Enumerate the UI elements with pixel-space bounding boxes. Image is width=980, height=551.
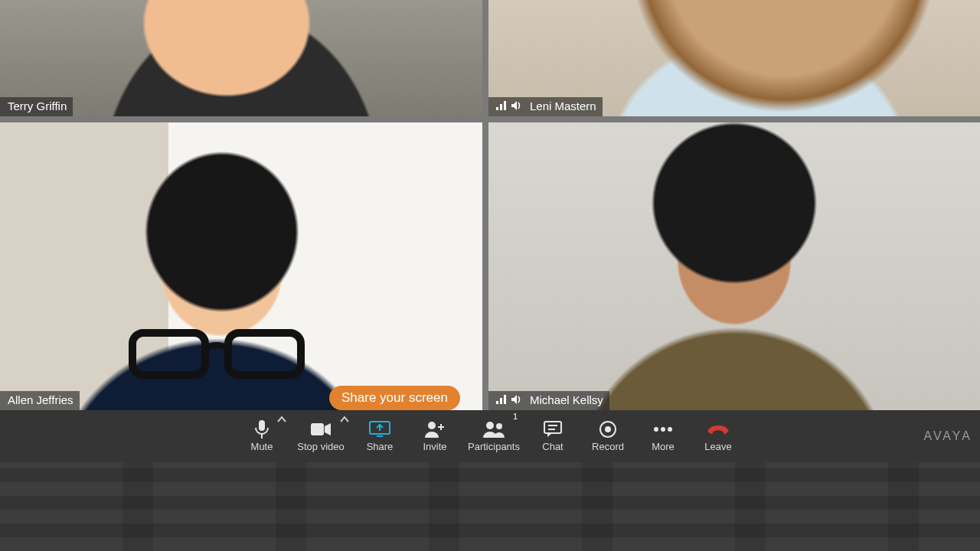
chevron-up-icon[interactable] — [340, 414, 349, 425]
participant-video — [488, 122, 980, 410]
toolbar-label: Leave — [704, 441, 731, 452]
chat-icon — [544, 420, 562, 439]
svg-rect-0 — [496, 107, 498, 110]
participant-name: Leni Mastern — [530, 99, 596, 113]
participant-video — [0, 122, 482, 410]
toolbar-label: Participants — [468, 441, 520, 452]
svg-point-28 — [661, 427, 665, 432]
participant-name: Michael Kellsy — [530, 393, 603, 407]
svg-marker-9 — [511, 395, 517, 404]
call-toolbar: Mute Stop video Share Invite 1 Participa… — [0, 410, 980, 462]
more-icon — [653, 420, 673, 439]
brand-logo: AVAYA — [923, 429, 972, 443]
toolbar-label: Share — [367, 441, 394, 452]
chevron-up-icon[interactable] — [277, 414, 286, 425]
chat-button[interactable]: Chat — [525, 413, 580, 459]
toolbar-label: Chat — [542, 441, 563, 452]
share-button[interactable]: Share — [352, 413, 407, 459]
record-icon — [599, 420, 617, 439]
participants-badge: 1 — [513, 412, 518, 421]
svg-marker-13 — [325, 423, 331, 435]
stop-video-button[interactable]: Stop video — [289, 413, 352, 459]
tooltip-text: Share your screen — [329, 386, 460, 410]
participants-icon — [482, 420, 505, 439]
camera-icon — [311, 420, 331, 439]
hangup-icon — [706, 420, 730, 439]
svg-rect-10 — [259, 420, 265, 431]
participant-name: Terry Griffin — [8, 99, 67, 113]
svg-rect-21 — [544, 422, 561, 433]
participant-tile-leni[interactable]: Leni Mastern — [488, 0, 980, 116]
svg-marker-22 — [547, 433, 552, 437]
participant-label: Leni Mastern — [488, 97, 603, 116]
signal-icon — [496, 99, 507, 113]
video-grid: Terry Griffin Leni Mastern — [0, 0, 980, 410]
svg-point-27 — [654, 427, 658, 432]
mute-button[interactable]: Mute — [234, 413, 289, 459]
participant-tile-terry[interactable]: Terry Griffin — [0, 0, 482, 116]
participant-label: Allen Jeffries — [0, 391, 80, 410]
background-pattern — [0, 462, 980, 551]
svg-point-26 — [605, 426, 611, 432]
speaker-icon — [511, 393, 522, 407]
microphone-icon — [254, 420, 270, 439]
svg-rect-12 — [311, 423, 324, 435]
toolbar-label: Stop video — [297, 441, 344, 452]
svg-marker-3 — [511, 101, 517, 110]
participant-tile-michael[interactable]: Michael Kellsy — [488, 122, 980, 410]
svg-rect-7 — [500, 398, 502, 404]
svg-rect-6 — [496, 401, 498, 404]
invite-button[interactable]: Invite — [407, 413, 462, 459]
participant-label: Michael Kellsy — [488, 391, 609, 410]
svg-point-20 — [496, 423, 502, 429]
toolbar-label: More — [652, 441, 675, 452]
participant-name: Allen Jeffries — [8, 393, 74, 407]
toolbar-label: Mute — [251, 441, 273, 452]
svg-point-16 — [428, 422, 436, 429]
svg-rect-1 — [500, 104, 502, 110]
leave-button[interactable]: Leave — [691, 413, 746, 459]
participant-tile-allen[interactable]: Allen Jeffries — [0, 122, 482, 410]
share-tooltip: Share your screen — [329, 386, 460, 410]
speaker-icon — [511, 99, 522, 113]
svg-point-19 — [486, 422, 494, 429]
svg-rect-8 — [504, 395, 506, 404]
svg-point-29 — [668, 427, 672, 432]
participant-label: Terry Griffin — [0, 97, 73, 116]
svg-rect-2 — [504, 101, 506, 110]
signal-icon — [496, 393, 507, 407]
participants-button[interactable]: 1 Participants — [462, 413, 525, 459]
share-screen-icon — [369, 420, 390, 439]
more-button[interactable]: More — [635, 413, 691, 459]
add-person-icon — [425, 420, 445, 439]
toolbar-label: Record — [592, 441, 624, 452]
record-button[interactable]: Record — [580, 413, 635, 459]
toolbar-label: Invite — [423, 441, 446, 452]
